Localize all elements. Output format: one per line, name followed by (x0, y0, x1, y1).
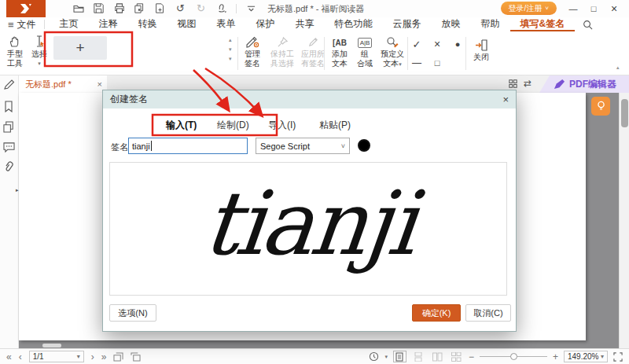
dialog-tab-type[interactable]: 输入(T) (166, 119, 197, 132)
predefined-text-button[interactable]: 预定义 文本▾ (376, 35, 409, 69)
vertical-scrollbar-thumb[interactable] (621, 99, 628, 127)
keep-tool-selected-button[interactable]: 保持工 具选择 (267, 35, 298, 68)
close-button[interactable]: × (604, 0, 624, 17)
tab-grid-icon[interactable] (508, 79, 518, 89)
hand-tool-button[interactable]: 手型 工具 (3, 35, 27, 68)
gallery-more-icon[interactable]: ▾ (229, 56, 232, 61)
tab-view[interactable]: 视图 (167, 17, 207, 31)
dialog-tab-import[interactable]: 导入(I) (268, 119, 296, 132)
line-stamp[interactable]: — (410, 57, 423, 69)
dialog-tab-draw[interactable]: 绘制(D) (217, 119, 249, 132)
spin-up-icon[interactable]: ▴ (229, 37, 232, 42)
cancel-button[interactable]: 取消(C) (465, 304, 511, 322)
zoom-in-button[interactable]: + (553, 351, 558, 362)
redo-icon[interactable]: ↻ (195, 2, 207, 14)
horizontal-scrollbar-thumb[interactable] (42, 344, 61, 347)
tab-convert[interactable]: 转换 (128, 17, 167, 31)
fullscreen-icon[interactable] (613, 352, 623, 362)
add-text-button[interactable]: [AB 添加 文本 (326, 35, 353, 68)
maximize-button[interactable]: □ (583, 0, 604, 17)
dialog-close-icon[interactable]: × (502, 94, 509, 105)
create-signature-dialog: 创建签名 × 输入(T) 绘制(D) 导入(I) 粘贴(P) 签名 tianji… (102, 90, 517, 332)
customize-toolbar-icon[interactable] (245, 2, 257, 14)
last-page-icon[interactable]: » (101, 353, 107, 361)
first-page-icon[interactable]: « (6, 353, 12, 361)
check-stamp[interactable]: ✓ (410, 38, 423, 50)
caret-down-icon: ▾ (601, 353, 604, 360)
save-icon[interactable] (93, 2, 105, 14)
next-view-icon[interactable] (131, 352, 141, 362)
open-file-icon[interactable] (72, 2, 84, 14)
text-caret (151, 141, 152, 151)
page-number-box[interactable]: 1/1 ▾ (29, 351, 84, 362)
sidebar-expand-handle[interactable]: ▸ (16, 187, 19, 193)
minimize-button[interactable]: — (563, 0, 583, 17)
ink-sign-icon[interactable] (215, 2, 227, 14)
comments-icon[interactable] (3, 142, 16, 154)
apply-all-signatures-button[interactable]: 应用所 有签名 (299, 35, 327, 68)
annotate-pencil-icon[interactable] (3, 79, 16, 91)
tab-features[interactable]: 特色功能 (325, 17, 383, 31)
zoom-slider[interactable] (480, 351, 547, 362)
cross-stamp[interactable]: × (431, 38, 443, 50)
tab-close-icon[interactable]: × (97, 79, 102, 89)
login-register-button[interactable]: 登录/注册 ˅ (501, 2, 557, 15)
tab-present[interactable]: 放映 (432, 17, 471, 31)
facing-view-icon[interactable] (431, 351, 444, 362)
search-icon[interactable] (583, 20, 593, 30)
facing-continuous-view-icon[interactable] (450, 351, 463, 362)
add-page-icon[interactable] (154, 2, 166, 14)
dialog-tab-paste[interactable]: 粘贴(P) (319, 119, 351, 132)
tab-fill-sign[interactable]: 填写&签名 (510, 17, 576, 31)
pages-icon[interactable] (3, 121, 16, 134)
font-select[interactable]: Segoe Script ˅ (256, 138, 350, 154)
dot-stamp[interactable]: ● (451, 38, 464, 50)
attachment-icon[interactable] (3, 160, 16, 173)
combine-field-button[interactable]: A|B 组 合域 (354, 35, 376, 68)
tab-help[interactable]: 帮助 (471, 17, 510, 31)
manage-signature-button[interactable]: 管理 签名 (238, 35, 267, 68)
copy-page-icon[interactable] (134, 2, 145, 14)
square-stamp[interactable]: □ (431, 57, 443, 69)
tab-home[interactable]: 主页 (50, 17, 89, 31)
view-controls: ▾ − + 149.20% ▾ (369, 351, 629, 362)
tab-bar-tools: ⇄ (508, 78, 532, 89)
read-mode-icon[interactable] (369, 351, 379, 362)
caret-down-icon[interactable]: ▾ (384, 354, 388, 360)
tab-share[interactable]: 共享 (285, 17, 325, 31)
bookmark-icon[interactable] (3, 101, 16, 113)
single-page-view-icon[interactable] (393, 351, 406, 362)
pdf-editor-badge[interactable]: PDF编辑器 (539, 75, 629, 93)
print-icon[interactable] (113, 2, 125, 14)
next-page-icon[interactable]: › (91, 353, 94, 361)
create-signature-button[interactable]: + (53, 36, 107, 60)
continuous-view-icon[interactable] (412, 351, 425, 362)
tab-form[interactable]: 表单 (207, 17, 246, 31)
undo-icon[interactable]: ↺ (175, 2, 186, 14)
caret-down-icon: ▾ (399, 61, 402, 67)
zoom-level-box[interactable]: 149.20% ▾ (564, 351, 608, 362)
signature-name-input[interactable]: tianji (128, 138, 248, 154)
spin-down-icon[interactable]: ▾ (229, 46, 232, 52)
tab-comment[interactable]: 注释 (89, 17, 128, 31)
close-fill-sign-button[interactable]: 关闭 (469, 38, 494, 62)
color-swatch-black[interactable] (358, 139, 370, 152)
zoom-slider-knob[interactable] (510, 353, 517, 360)
ok-button[interactable]: 确定(K) (412, 304, 461, 322)
prev-view-icon[interactable] (113, 352, 123, 362)
plus-icon: + (75, 39, 84, 57)
switch-document-icon[interactable]: ⇄ (524, 78, 532, 89)
vertical-scrollbar[interactable] (619, 93, 629, 348)
options-button[interactable]: 选项(N) (109, 304, 156, 322)
tab-cloud[interactable]: 云服务 (383, 17, 432, 31)
document-tab[interactable]: 无标题.pdf * × (19, 75, 107, 93)
zoom-out-button[interactable]: − (469, 351, 474, 362)
dialog-title-bar[interactable]: 创建签名 × (103, 90, 516, 108)
collapse-ribbon-icon[interactable]: ▴ (616, 64, 620, 71)
signature-gallery-scroll[interactable]: ▴ ▾ ▾ (229, 37, 232, 61)
select-tool-button[interactable]: 选择 ▾ (29, 35, 50, 68)
file-menu[interactable]: ≡ 文件 (0, 18, 44, 31)
tab-protect[interactable]: 保护 (246, 17, 285, 31)
assistant-bulb-button[interactable] (591, 97, 610, 116)
prev-page-icon[interactable]: ‹ (19, 353, 22, 361)
